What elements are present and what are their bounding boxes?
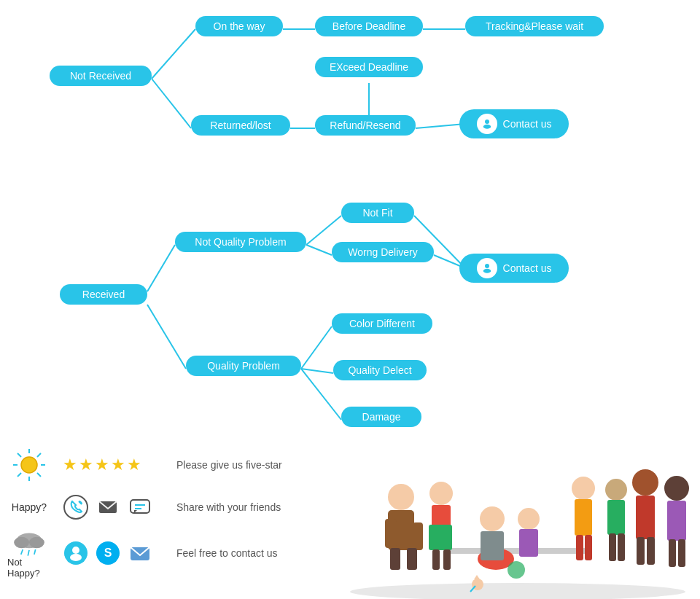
svg-point-43: [72, 547, 79, 554]
phone-icon: [63, 494, 89, 520]
node-wrong-delivery: Worng Delivery: [332, 242, 434, 262]
node-quality-problem: Quality Problem: [186, 356, 301, 376]
svg-rect-54: [413, 522, 423, 550]
svg-rect-80: [667, 501, 686, 541]
svg-rect-78: [647, 537, 655, 565]
svg-point-71: [605, 479, 627, 501]
happy-label: Happy?: [7, 501, 51, 513]
node-received: Received: [60, 284, 147, 305]
svg-point-62: [480, 506, 505, 531]
blue-contact-icon: [63, 540, 89, 566]
node-returned-lost: Returned/lost: [191, 115, 290, 136]
node-contact-us-2[interactable]: Contact us: [459, 254, 569, 283]
svg-point-19: [485, 264, 489, 268]
svg-point-17: [485, 120, 489, 124]
svg-point-57: [429, 482, 453, 505]
node-not-received: Not Received: [50, 66, 152, 86]
node-not-quality: Not Quality Problem: [175, 232, 306, 252]
svg-point-38: [29, 537, 44, 549]
node-not-fit: Not Fit: [341, 203, 414, 223]
svg-point-51: [388, 484, 414, 510]
skype-icon: S: [95, 540, 121, 566]
svg-rect-72: [607, 500, 625, 535]
svg-rect-55: [390, 548, 400, 570]
svg-rect-49: [445, 548, 591, 554]
svg-line-28: [37, 453, 41, 457]
svg-rect-61: [443, 549, 451, 570]
svg-rect-82: [678, 539, 685, 567]
svg-rect-77: [637, 537, 645, 565]
email-icon: [95, 494, 121, 520]
contact-icon-1: [477, 114, 497, 134]
svg-line-39: [21, 549, 23, 555]
svg-rect-53: [385, 519, 397, 548]
contact-icons: S: [63, 540, 165, 566]
svg-text:S: S: [104, 547, 112, 559]
sun-icon: [7, 443, 51, 487]
svg-rect-68: [575, 499, 592, 536]
svg-point-75: [632, 469, 658, 496]
node-refund-resend: Refund/Resend: [315, 115, 416, 136]
node-exceed-deadline: EXceed Deadline: [315, 57, 423, 77]
svg-rect-56: [407, 548, 417, 570]
star-icons: ★ ★ ★ ★ ★: [63, 455, 165, 474]
svg-rect-63: [481, 531, 504, 560]
svg-point-66: [508, 561, 525, 579]
svg-rect-81: [669, 539, 676, 567]
node-quality-defect: Quality Delect: [333, 360, 427, 380]
node-before-deadline: Before Deadline: [315, 16, 423, 36]
svg-rect-69: [576, 535, 583, 560]
contact-text: Feel free to contact us: [176, 547, 278, 559]
happy-label-row: Happy?: [7, 494, 335, 520]
node-contact-us-1[interactable]: Contact us: [459, 109, 569, 138]
happy-fivestar-row: ★ ★ ★ ★ ★ Please give us five-star: [7, 443, 335, 487]
svg-rect-65: [519, 529, 538, 557]
cloud-icon: [10, 528, 48, 557]
blue-email-icon: [127, 540, 153, 566]
svg-point-64: [518, 508, 540, 530]
svg-line-41: [34, 549, 36, 555]
svg-rect-70: [585, 535, 592, 560]
not-happy-label: Not Happy?: [7, 557, 51, 579]
svg-line-27: [37, 473, 41, 477]
contact-icon-2: [477, 258, 497, 278]
svg-point-48: [350, 583, 685, 599]
svg-rect-74: [618, 533, 625, 561]
svg-rect-59: [429, 525, 452, 550]
svg-point-79: [664, 476, 689, 501]
svg-line-26: [18, 453, 21, 457]
svg-rect-32: [131, 500, 149, 513]
people-illustration: [335, 424, 700, 599]
svg-marker-84: [474, 575, 480, 579]
svg-point-20: [483, 269, 491, 273]
node-tracking-wait: Tracking&Please wait: [465, 16, 604, 36]
chat-icon: [127, 494, 153, 520]
svg-rect-76: [636, 496, 655, 539]
svg-rect-60: [432, 549, 440, 570]
svg-line-40: [28, 550, 29, 556]
svg-point-37: [14, 537, 29, 549]
node-color-different: Color Different: [332, 313, 432, 334]
svg-rect-73: [609, 533, 616, 561]
bottom-section: ★ ★ ★ ★ ★ Please give us five-star Happy…: [7, 443, 335, 592]
svg-point-18: [483, 125, 491, 129]
share-text: Share with your friends: [176, 501, 281, 513]
people-svg: [335, 424, 700, 599]
svg-point-44: [70, 554, 82, 561]
svg-rect-58: [432, 505, 451, 527]
svg-point-67: [572, 477, 595, 500]
node-on-the-way: On the way: [195, 16, 283, 36]
svg-line-29: [18, 473, 21, 477]
fivestar-text: Please give us five-star: [176, 459, 282, 471]
share-icons: [63, 494, 165, 520]
svg-point-21: [21, 457, 37, 473]
not-happy-row: Not Happy? S Fee: [7, 528, 335, 579]
